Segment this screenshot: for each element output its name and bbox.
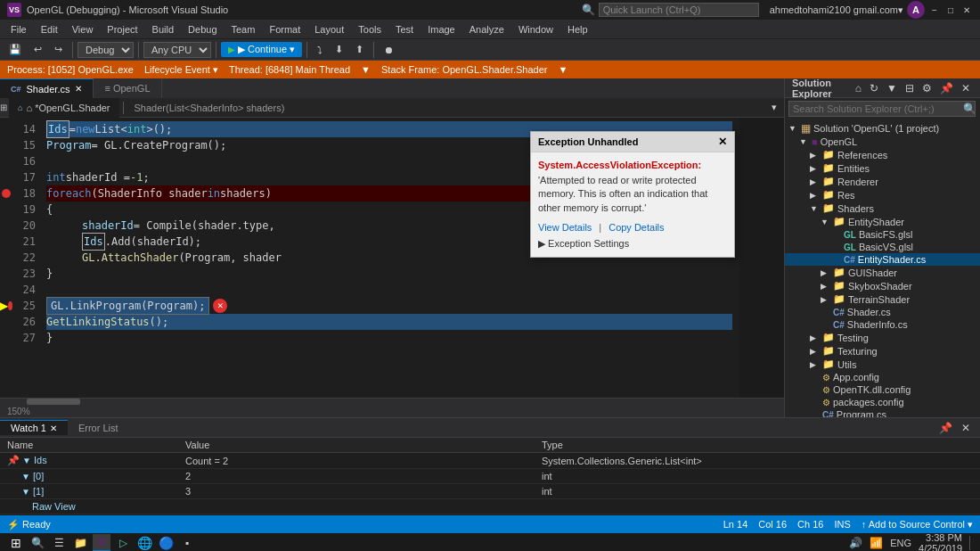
redo-button[interactable]: ↪	[49, 42, 68, 57]
volume-icon[interactable]: 🔊	[849, 537, 862, 549]
menu-layout[interactable]: Layout	[307, 22, 351, 37]
step-over-button[interactable]: ⤵	[312, 43, 328, 57]
debug-config-dropdown[interactable]: Debug	[78, 42, 134, 58]
tree-renderer[interactable]: ▶ 📁 Renderer	[785, 175, 980, 188]
collapse-arrow[interactable]: ▾	[764, 98, 784, 118]
breakpoints-button[interactable]: ⏺	[379, 43, 399, 57]
show-desktop-btn[interactable]	[969, 536, 973, 550]
sol-refresh-btn[interactable]: ↻	[867, 81, 881, 95]
sol-home-btn[interactable]: ⌂	[853, 81, 864, 95]
menu-build[interactable]: Build	[145, 22, 181, 37]
tree-gui-shader[interactable]: ▶ 📁 GUIShader	[785, 266, 980, 279]
menu-team[interactable]: Team	[225, 22, 263, 37]
tree-skybox-shader[interactable]: ▶ 📁 SkyboxShader	[785, 279, 980, 292]
menu-view[interactable]: View	[65, 22, 101, 37]
menu-analyze[interactable]: Analyze	[462, 22, 511, 37]
bottom-pin-btn[interactable]: 📌	[936, 421, 955, 435]
sol-filter-btn[interactable]: ▼	[884, 81, 900, 95]
lifecycle-dropdown[interactable]: Lifecycle Event ▾	[144, 64, 218, 76]
expand-btn[interactable]: ⊞	[0, 98, 9, 117]
exception-settings-expand[interactable]: ▶ Exception Settings	[538, 238, 727, 250]
network-icon[interactable]: 📶	[870, 537, 883, 549]
tree-res[interactable]: ▶ 📁 Res	[785, 188, 980, 201]
tree-entity-shader-cs[interactable]: C# EntityShader.cs	[785, 253, 980, 266]
scrollbar-thumb[interactable]	[27, 399, 80, 405]
program-cs-label: Program.cs	[837, 409, 886, 417]
tab-shader-cs[interactable]: C# Shader.cs ✕	[0, 78, 94, 98]
source-control-btn[interactable]: ↑ Add to Source Control ▾	[862, 519, 973, 530]
exception-dialog-close-btn[interactable]: ✕	[718, 136, 727, 148]
tree-testing[interactable]: ▶ 📁 Testing	[785, 331, 980, 344]
error-list-tab[interactable]: Error List	[68, 421, 129, 435]
debug-taskbar-btn[interactable]: ▷	[114, 534, 132, 551]
expand-1[interactable]: ▼	[21, 487, 30, 497]
menu-window[interactable]: Window	[511, 22, 560, 37]
continue-button[interactable]: ▶ ▶ Continue ▾	[221, 42, 302, 57]
menu-help[interactable]: Help	[560, 22, 595, 37]
sol-close-btn[interactable]: ✕	[959, 81, 973, 95]
tree-entity-shader[interactable]: ▼ 📁 EntityShader	[785, 215, 980, 228]
undo-button[interactable]: ↩	[29, 42, 47, 57]
watch-tab[interactable]: Watch 1 ✕	[0, 420, 68, 435]
opengl-shader-tab[interactable]: ⌂ ⌂ *OpenGL.Shader	[9, 98, 119, 118]
tab-opengl[interactable]: ≡ OpenGL	[94, 78, 161, 98]
menu-tools[interactable]: Tools	[351, 22, 388, 37]
menu-file[interactable]: File	[4, 22, 34, 37]
tree-shaders[interactable]: ▼ 📁 Shaders	[785, 201, 980, 215]
tree-opengl-project[interactable]: ▼ ■ OpenGL	[785, 136, 980, 148]
step-into-button[interactable]: ⬇	[330, 42, 348, 57]
menu-debug[interactable]: Debug	[181, 22, 224, 37]
chrome-btn[interactable]: 🔵	[157, 534, 175, 551]
step-out-button[interactable]: ⬆	[350, 42, 369, 57]
tree-app-config[interactable]: ⚙ App.config	[785, 371, 980, 383]
watch-tab-close[interactable]: ✕	[50, 424, 57, 433]
tree-opentk-config[interactable]: ⚙ OpenTK.dll.config	[785, 383, 980, 396]
bottom-close-btn[interactable]: ✕	[959, 421, 973, 435]
menu-project[interactable]: Project	[100, 22, 144, 37]
tree-entities[interactable]: ▶ 📁 Entities	[785, 161, 980, 175]
tree-shaderinfo-cs[interactable]: C# ShaderInfo.cs	[785, 318, 980, 331]
file-explorer-btn[interactable]: 📁	[71, 534, 89, 551]
task-view-btn[interactable]: ☰	[50, 534, 68, 551]
expand-ids[interactable]: ▼	[22, 456, 31, 465]
solution-explorer-search-input[interactable]	[788, 101, 976, 117]
tree-shader-cs[interactable]: C# Shader.cs	[785, 306, 980, 318]
expand-0[interactable]: ▼	[21, 472, 30, 481]
start-button[interactable]: ⊞	[7, 534, 25, 551]
close-button[interactable]: ✕	[960, 4, 973, 16]
save-all-button[interactable]: 💾	[4, 42, 27, 57]
sol-pin-btn[interactable]: 📌	[937, 81, 956, 95]
search-taskbar-btn[interactable]: 🔍	[29, 534, 46, 551]
cpu-dropdown[interactable]: Any CPU	[143, 42, 211, 58]
editor-scrollbar[interactable]	[0, 398, 784, 405]
tree-program-cs[interactable]: C# Program.cs	[785, 408, 980, 417]
terminal-btn[interactable]: ▪	[178, 534, 196, 551]
tree-utils[interactable]: ▶ 📁 Utils	[785, 358, 980, 371]
maximize-button[interactable]: □	[944, 4, 957, 16]
stack-frame-dropdown-icon[interactable]: ▼	[558, 64, 568, 75]
menu-test[interactable]: Test	[388, 22, 421, 37]
copy-details-link[interactable]: Copy Details	[608, 222, 664, 233]
menu-image[interactable]: Image	[421, 22, 462, 37]
debugbar: Process: [1052] OpenGL.exe Lifecycle Eve…	[0, 61, 980, 78]
tree-basic-vs[interactable]: GL BasicVS.glsl	[785, 241, 980, 253]
tab-shader-cs-close[interactable]: ✕	[75, 84, 82, 94]
tree-references[interactable]: ▶ 📁 References	[785, 148, 980, 161]
tree-packages-config[interactable]: ⚙ packages.config	[785, 396, 980, 408]
minimize-button[interactable]: −	[928, 4, 941, 16]
vs-taskbar-btn[interactable]: ⚙	[93, 534, 110, 551]
tree-solution[interactable]: ▼ ▦ Solution 'OpenGL' (1 project)	[785, 121, 980, 136]
tree-terrain-shader[interactable]: ▶ 📁 TerrainShader	[785, 292, 980, 306]
quick-launch-input[interactable]: Quick Launch (Ctrl+Q)	[599, 3, 759, 17]
menu-format[interactable]: Format	[262, 22, 307, 37]
menu-edit[interactable]: Edit	[34, 22, 65, 37]
view-details-link[interactable]: View Details	[538, 222, 592, 233]
utils-label: Utils	[837, 359, 856, 370]
gutter-18	[0, 185, 12, 201]
tree-texturing[interactable]: ▶ 📁 Texturing	[785, 344, 980, 358]
tree-basic-fs[interactable]: GL BasicFS.glsl	[785, 228, 980, 241]
sol-collapse-all-btn[interactable]: ⊟	[902, 81, 917, 95]
stack-frame-label[interactable]: Stack Frame: OpenGL.Shader.Shader	[381, 64, 548, 75]
edge-btn[interactable]: 🌐	[135, 534, 153, 551]
sol-settings-btn[interactable]: ⚙	[919, 81, 935, 95]
